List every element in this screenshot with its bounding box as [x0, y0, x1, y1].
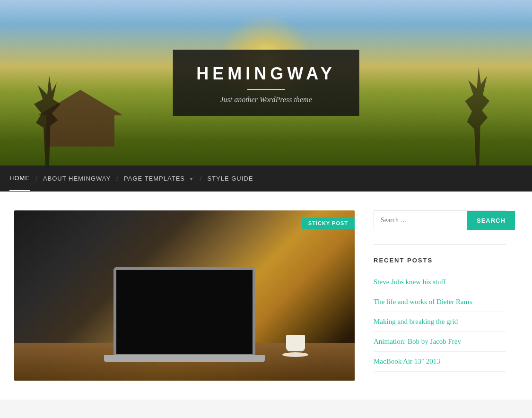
sticky-post-badge: STICKY POST: [302, 218, 355, 229]
recent-post-link-2[interactable]: The life and works of Dieter Rams: [374, 292, 506, 312]
laptop-screen: [113, 267, 255, 357]
tree-right-decoration: [461, 61, 494, 165]
content-area: STICKY POST: [14, 210, 355, 381]
recent-post-link-4[interactable]: Animation: Bob by Jacob Frey: [374, 332, 506, 352]
coffee-cup-decoration: [284, 331, 307, 357]
nav-item-home[interactable]: HOME: [9, 166, 30, 191]
search-button[interactable]: SEARCH: [467, 211, 515, 230]
title-divider: [247, 89, 285, 90]
dropdown-arrow-icon: ▼: [189, 176, 194, 182]
nav-separator-1: /: [35, 175, 37, 183]
recent-posts-list: Steve Jobs knew his stuff The life and w…: [374, 272, 506, 372]
list-item: The life and works of Dieter Rams: [374, 292, 506, 312]
recent-post-link-5[interactable]: MacBook Air 13″ 2013: [374, 352, 506, 372]
main-container: STICKY POST SEARCH RECENT POSTS Steve Jo…: [0, 192, 532, 400]
laptop-decoration: [109, 267, 260, 362]
search-widget: SEARCH: [374, 210, 506, 230]
cup-saucer: [282, 352, 308, 357]
site-title: HEMINGWAY: [196, 64, 336, 84]
nav-separator-2: /: [116, 175, 118, 183]
nav-separator-3: /: [200, 175, 202, 183]
list-item: Making and breaking the grid: [374, 312, 506, 332]
search-input[interactable]: [374, 211, 467, 230]
recent-posts-widget: RECENT POSTS Steve Jobs knew his stuff T…: [374, 257, 506, 372]
list-item: Animation: Bob by Jacob Frey: [374, 332, 506, 352]
site-subtitle: Just another WordPress theme: [196, 96, 336, 104]
cup-body: [286, 335, 305, 351]
site-title-box: HEMINGWAY Just another WordPress theme: [173, 50, 359, 116]
nav-item-about[interactable]: ABOUT HEMINGWAY: [43, 166, 111, 191]
main-nav: HOME / ABOUT HEMINGWAY / PAGE TEMPLATES …: [0, 165, 532, 192]
featured-post: STICKY POST: [14, 210, 355, 381]
featured-image: [14, 210, 355, 381]
list-item: Steve Jobs knew his stuff: [374, 272, 506, 292]
laptop-base: [104, 355, 265, 362]
recent-post-link-1[interactable]: Steve Jobs knew his stuff: [374, 272, 506, 292]
sidebar: SEARCH RECENT POSTS Steve Jobs knew his …: [374, 210, 506, 381]
hero-section: HEMINGWAY Just another WordPress theme: [0, 0, 532, 165]
nav-item-style[interactable]: STYLE GUIDE: [207, 166, 253, 191]
nav-item-templates[interactable]: PAGE TEMPLATES ▼: [124, 166, 194, 191]
recent-post-link-3[interactable]: Making and breaking the grid: [374, 312, 506, 332]
recent-posts-title: RECENT POSTS: [374, 257, 506, 264]
sidebar-divider: [374, 244, 506, 245]
list-item: MacBook Air 13″ 2013: [374, 352, 506, 372]
